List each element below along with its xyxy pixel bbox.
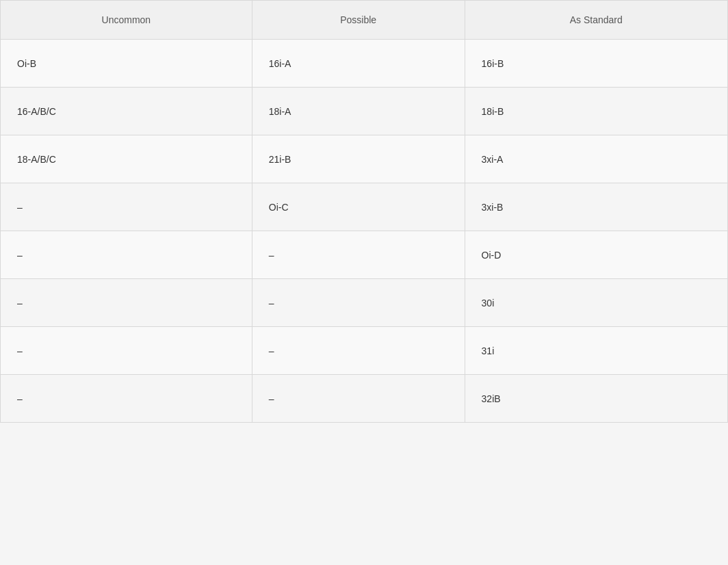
header-uncommon: Uncommon bbox=[1, 1, 252, 40]
cell-as-standard: 31i bbox=[465, 327, 727, 375]
table-row: ––32iB bbox=[1, 375, 728, 423]
cell-uncommon: 18-A/B/C bbox=[1, 135, 252, 183]
cell-uncommon: – bbox=[1, 279, 252, 327]
cell-as-standard: 3xi-B bbox=[465, 183, 727, 231]
cell-as-standard: 32iB bbox=[465, 375, 727, 423]
table-container: Uncommon Possible As Standard Oi-B16i-A1… bbox=[0, 0, 728, 565]
cell-possible: 18i-A bbox=[252, 88, 465, 135]
cell-possible: – bbox=[252, 279, 465, 327]
data-table: Uncommon Possible As Standard Oi-B16i-A1… bbox=[0, 0, 728, 423]
header-as-standard: As Standard bbox=[465, 1, 727, 40]
cell-uncommon: 16-A/B/C bbox=[1, 88, 252, 135]
table-row: ––31i bbox=[1, 327, 728, 375]
header-possible: Possible bbox=[252, 1, 465, 40]
table-row: Oi-B16i-A16i-B bbox=[1, 40, 728, 88]
cell-uncommon: – bbox=[1, 375, 252, 423]
cell-uncommon: Oi-B bbox=[1, 40, 252, 88]
header-row: Uncommon Possible As Standard bbox=[1, 1, 728, 40]
table-row: ––30i bbox=[1, 279, 728, 327]
cell-uncommon: – bbox=[1, 231, 252, 279]
table-row: 18-A/B/C21i-B3xi-A bbox=[1, 135, 728, 183]
cell-possible: – bbox=[252, 375, 465, 423]
cell-possible: 21i-B bbox=[252, 135, 465, 183]
table-row: 16-A/B/C18i-A18i-B bbox=[1, 88, 728, 135]
cell-possible: 16i-A bbox=[252, 40, 465, 88]
table-row: –Oi-C3xi-B bbox=[1, 183, 728, 231]
cell-as-standard: Oi-D bbox=[465, 231, 727, 279]
cell-as-standard: 16i-B bbox=[465, 40, 727, 88]
table-row: ––Oi-D bbox=[1, 231, 728, 279]
cell-as-standard: 3xi-A bbox=[465, 135, 727, 183]
cell-possible: – bbox=[252, 327, 465, 375]
cell-uncommon: – bbox=[1, 327, 252, 375]
cell-as-standard: 18i-B bbox=[465, 88, 727, 135]
cell-possible: – bbox=[252, 231, 465, 279]
cell-possible: Oi-C bbox=[252, 183, 465, 231]
cell-uncommon: – bbox=[1, 183, 252, 231]
cell-as-standard: 30i bbox=[465, 279, 727, 327]
